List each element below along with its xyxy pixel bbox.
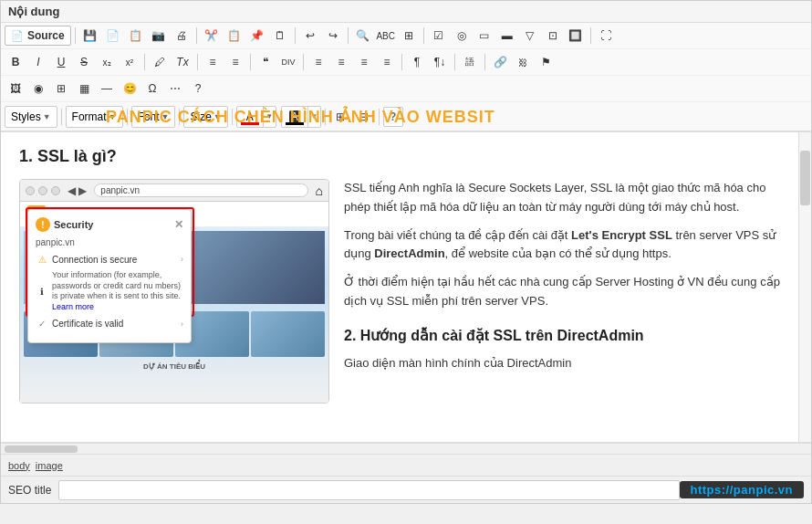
remove-format-button[interactable]: Tx — [172, 52, 193, 72]
italic-button[interactable]: I — [27, 52, 49, 72]
browser-url: panpic.vn — [94, 183, 307, 197]
preview-button[interactable]: 📷 — [148, 26, 170, 46]
toolbar-separator — [75, 27, 76, 44]
help-button[interactable]: ? — [383, 107, 403, 127]
bidi-ltr-button[interactable]: ¶↓ — [429, 52, 451, 72]
unordered-list-button[interactable]: ≡ — [224, 52, 246, 72]
popup-item-2-text: Your information (for example, passwords… — [52, 270, 183, 313]
strikethrough-button[interactable]: S — [73, 52, 95, 72]
bg-color-arrow[interactable]: ▼ — [307, 107, 320, 127]
seo-title-input[interactable] — [58, 480, 679, 500]
align-right-button[interactable]: ≡ — [353, 52, 375, 72]
redo-button[interactable]: ↪ — [322, 26, 344, 46]
align-left-button[interactable]: ≡ — [307, 52, 329, 72]
insert-button[interactable]: ? — [187, 79, 209, 99]
underline-button[interactable]: U — [50, 52, 72, 72]
ordered-list-button[interactable]: ≡ — [202, 52, 224, 72]
status-tag-image[interactable]: image — [36, 460, 63, 471]
shrink-button[interactable]: ⊟ — [353, 107, 375, 127]
scrollbar-thumb[interactable] — [800, 151, 810, 205]
smiley-button[interactable]: 😊 — [119, 79, 141, 99]
browser-dot-3 — [51, 186, 60, 195]
hidden-button[interactable]: 🔲 — [565, 26, 587, 46]
save-button[interactable]: 💾 — [79, 26, 101, 46]
checkbox-button[interactable]: ☑ — [428, 26, 450, 46]
toolbar-separator — [250, 54, 251, 70]
link-button[interactable]: 🔗 — [489, 52, 511, 72]
format-separator-6 — [379, 109, 380, 125]
spellcheck-button[interactable]: ABC — [375, 26, 397, 46]
subscript-button[interactable]: x₂ — [96, 52, 118, 72]
info-icon: ℹ — [36, 285, 48, 298]
textbox-button[interactable]: ▭ — [474, 26, 495, 46]
font-select[interactable]: Font ▼ — [131, 106, 176, 128]
styles-select[interactable]: Styles ▼ — [5, 106, 57, 128]
vertical-scrollbar[interactable] — [798, 132, 811, 442]
horizontal-rule-button[interactable]: — — [96, 79, 118, 99]
div-button[interactable]: DIV — [277, 52, 299, 72]
language-button[interactable]: 語 — [459, 52, 481, 72]
blockquote-button[interactable]: ❝ — [255, 52, 276, 72]
paste-text-button[interactable]: 🗒 — [269, 26, 291, 46]
maximize-button[interactable]: ⛶ — [595, 26, 617, 46]
bold-button[interactable]: B — [5, 52, 26, 72]
warning-icon: ⚠ — [36, 253, 48, 266]
flash-button[interactable]: ◉ — [27, 79, 49, 99]
toolbar-separator — [197, 54, 198, 70]
select-button[interactable]: ▽ — [519, 26, 541, 46]
table2-button[interactable]: ▦ — [73, 79, 95, 99]
editor-header: Nội dung — [1, 1, 811, 23]
radio-button[interactable]: ◎ — [451, 26, 473, 46]
horizontal-scrollbar[interactable] — [1, 443, 811, 454]
paragraph-2-bold: Let's Encrypt SSL — [571, 228, 672, 242]
align-center-button[interactable]: ≡ — [330, 52, 352, 72]
templates-button[interactable]: 📋 — [125, 26, 147, 46]
browser-dot — [26, 186, 35, 195]
image-button[interactable]: 🖼 — [5, 79, 26, 99]
security-icon: ! — [36, 217, 50, 232]
toolbar-separator — [196, 27, 197, 44]
text-color-button[interactable]: A — [237, 107, 263, 127]
new-page-button[interactable]: 📄 — [102, 26, 124, 46]
superscript-button[interactable]: x² — [119, 52, 141, 72]
align-justify-button[interactable]: ≡ — [376, 52, 398, 72]
seo-url: https://panpic.vn — [680, 481, 805, 498]
size-select[interactable]: Size ▼ — [183, 106, 227, 128]
paste-button[interactable]: 📌 — [246, 26, 268, 46]
status-tag-body[interactable]: body — [8, 460, 30, 471]
paragraph-2-prefix: Trong bài viết chúng ta đề cập đến cài đ… — [344, 228, 571, 242]
h-scrollbar-thumb[interactable] — [5, 445, 78, 453]
format-select[interactable]: Format ▼ — [66, 106, 123, 128]
special-char-button[interactable]: Ω — [141, 79, 163, 99]
anchor-button[interactable]: ⚑ — [535, 52, 557, 72]
source-button[interactable]: 📄 Source — [5, 26, 71, 46]
print-button[interactable]: 🖨 — [171, 26, 193, 46]
button-button[interactable]: ⊡ — [542, 26, 564, 46]
show-blocks-button[interactable]: ¶ — [406, 52, 428, 72]
popup-close-button[interactable]: ✕ — [174, 218, 183, 231]
find-button[interactable]: 🔍 — [352, 26, 374, 46]
content-area[interactable]: 1. SSL là gì? ◀ ▶ panpic.vn ⌂ — [1, 132, 811, 443]
content-body: ◀ ▶ panpic.vn ⌂ GIỚI THIỆU DỊCH VỤ — [19, 179, 793, 403]
text-color-label: A — [246, 110, 254, 123]
unlink-button[interactable]: ⛓ — [512, 52, 534, 72]
cut-button[interactable]: ✂️ — [201, 26, 223, 46]
seo-label: SEO title — [8, 484, 51, 497]
format-separator-5 — [325, 109, 326, 125]
format-painter-button[interactable]: 🖊 — [149, 52, 171, 72]
expand-button[interactable]: ⊞ — [329, 107, 351, 127]
toolbar-row-1: 📄 Source 💾 📄 📋 📷 🖨 ✂️ 📋 📌 🗒 ↩ ↪ 🔍 ABC ⊞ … — [1, 23, 811, 49]
browser-content: GIỚI THIỆU DỊCH VỤ DỰ ÁN TIÊU BIỂU — [20, 202, 328, 403]
popup-item-1-arrow: › — [181, 255, 183, 264]
table-button[interactable]: ⊞ — [50, 79, 72, 99]
textarea-button[interactable]: ▬ — [496, 26, 518, 46]
select-all-button[interactable]: ⊞ — [398, 26, 420, 46]
bg-color-button[interactable]: A — [282, 107, 307, 127]
pagebreak-button[interactable]: ⋯ — [164, 79, 186, 99]
text-color-arrow[interactable]: ▼ — [263, 107, 276, 127]
size-label: Size — [190, 110, 211, 123]
website-footer-text: DỰ ÁN TIÊU BIỂU — [20, 361, 328, 372]
copy-button[interactable]: 📋 — [224, 26, 245, 46]
paragraph-2: Trong bài viết chúng ta đề cập đến cài đ… — [344, 226, 793, 265]
undo-button[interactable]: ↩ — [299, 26, 321, 46]
